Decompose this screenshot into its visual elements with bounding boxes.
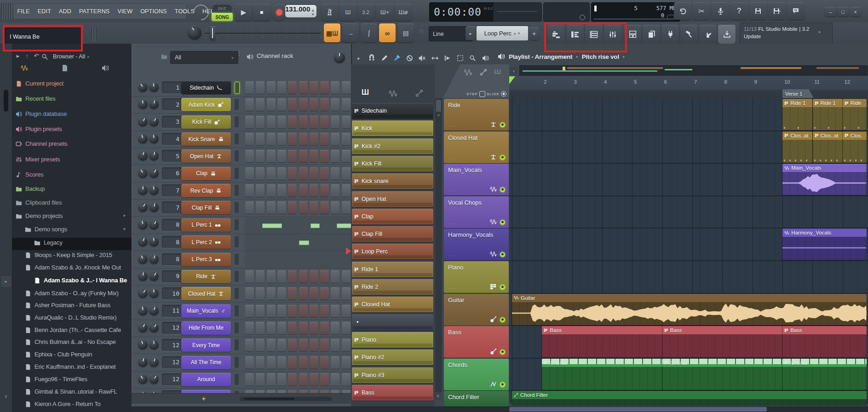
channel-button[interactable]: All The Time xyxy=(181,356,231,369)
step-cell[interactable] xyxy=(256,167,264,180)
step-cell[interactable] xyxy=(331,305,339,317)
browser-search-icon[interactable] xyxy=(41,53,48,60)
step-cell[interactable] xyxy=(299,270,308,283)
window-drag-grip[interactable] xyxy=(1,3,12,19)
step-cell[interactable] xyxy=(299,305,308,317)
channel-volume-knob[interactable] xyxy=(149,117,159,126)
step-cell[interactable] xyxy=(310,270,318,283)
step-cell[interactable] xyxy=(267,373,276,386)
browser-item[interactable]: Current project xyxy=(16,80,63,87)
channel-selector-led[interactable] xyxy=(235,133,239,144)
channel-selector-led[interactable] xyxy=(235,116,239,127)
track-arm-led[interactable] xyxy=(500,317,505,322)
channel-button[interactable]: Main_Vocals♂ xyxy=(181,304,231,318)
song-button[interactable]: SONG xyxy=(212,13,233,21)
delete-tool-button[interactable] xyxy=(404,52,415,63)
track-arm-led[interactable] xyxy=(500,349,505,355)
step-cell[interactable] xyxy=(267,339,276,351)
channel-selector-led[interactable] xyxy=(235,150,239,161)
mute-tool-button[interactable] xyxy=(417,52,428,63)
pattern-spinner[interactable]: ▲ ▼ xyxy=(513,32,521,35)
picker-collapse-button[interactable]: ‹ xyxy=(510,67,517,74)
step-cell[interactable] xyxy=(310,98,318,111)
track-header[interactable]: Chords··· xyxy=(444,359,509,390)
master-pitch-slider-handle[interactable] xyxy=(210,26,216,40)
step-cell[interactable] xyxy=(299,167,308,180)
step-cell[interactable] xyxy=(320,339,329,351)
smart-arrow-button[interactable]: → xyxy=(342,23,359,42)
channel-selector-led[interactable] xyxy=(235,202,239,213)
channel-button[interactable]: Rev Clap xyxy=(181,184,231,197)
clip-title-bar[interactable]: Clos..at xyxy=(782,132,812,140)
step-cell[interactable] xyxy=(320,322,329,334)
channel-button[interactable]: L Perc 2 xyxy=(181,235,231,249)
channel-pan-knob[interactable] xyxy=(138,340,148,349)
step-cell[interactable] xyxy=(288,98,297,111)
step-cell[interactable] xyxy=(245,305,254,317)
step-cell[interactable] xyxy=(310,167,318,180)
step-cell[interactable] xyxy=(245,322,254,334)
channel-target-display[interactable]: 7 xyxy=(162,184,183,196)
channel-pan-knob[interactable] xyxy=(138,288,148,298)
pattern-clip[interactable]: Ride xyxy=(843,99,867,130)
channel-volume-knob[interactable] xyxy=(149,357,159,367)
pattern-clip[interactable]: Chords xyxy=(782,359,867,390)
step-cell[interactable] xyxy=(320,150,329,162)
step-cell[interactable] xyxy=(342,270,351,283)
step-cell[interactable] xyxy=(320,373,329,386)
channel-target-display[interactable]: 9 xyxy=(162,270,183,282)
step-cell[interactable] xyxy=(331,167,339,180)
channel-target-display[interactable]: 12 xyxy=(162,356,183,368)
step-cell[interactable] xyxy=(331,150,339,162)
step-cell[interactable] xyxy=(331,98,339,111)
blend-recording-toggle[interactable]: Ш+ xyxy=(376,4,393,21)
step-cell[interactable] xyxy=(331,116,339,128)
browser-item[interactable]: Demo projects xyxy=(16,212,63,219)
step-cell[interactable] xyxy=(245,201,254,214)
track-options-dots[interactable]: ··· xyxy=(448,124,455,129)
pattern-item[interactable]: Clap Fill xyxy=(352,226,433,242)
menu-options[interactable]: OPTIONS xyxy=(137,4,171,19)
step-cell[interactable] xyxy=(277,373,286,386)
pattern-item[interactable]: Piano xyxy=(352,332,433,348)
step-cell[interactable] xyxy=(256,305,264,317)
pattern-item[interactable]: Loop Perc xyxy=(352,244,433,259)
corner-patterns-tab[interactable]: Ш xyxy=(494,68,503,76)
track-options-dots[interactable]: ··· xyxy=(448,189,455,194)
channel-selector-led[interactable] xyxy=(235,219,239,230)
multilink-controllers-button[interactable]: ∞ xyxy=(379,23,396,42)
step-cell[interactable] xyxy=(245,81,254,94)
step-cell[interactable] xyxy=(277,201,286,214)
audio-clip[interactable]: Harmony_Vocals xyxy=(782,229,867,260)
menu-patterns[interactable]: PATTERNS xyxy=(75,4,113,19)
channel-volume-knob[interactable] xyxy=(149,340,159,349)
duplicate-window-button[interactable] xyxy=(643,25,660,44)
zoom-tool-button[interactable] xyxy=(467,52,478,63)
track-header[interactable]: Chord Filter xyxy=(444,391,509,406)
channel-target-display[interactable]: 11 xyxy=(162,305,183,317)
step-cell[interactable] xyxy=(342,167,351,180)
step-cell[interactable] xyxy=(288,339,297,351)
channel-selector-led[interactable] xyxy=(235,357,239,368)
browser-files-tab[interactable] xyxy=(61,64,70,73)
channel-pan-knob[interactable] xyxy=(138,220,148,229)
playback-tool-button[interactable] xyxy=(442,52,453,63)
channel-target-display[interactable]: 8 xyxy=(162,236,183,248)
browser-scroll-down-icon[interactable]: ∨ xyxy=(2,394,10,401)
track-options-dots[interactable]: ··· xyxy=(448,286,455,291)
pattern-clip[interactable]: Clos..at xyxy=(813,132,843,163)
channel-volume-knob[interactable] xyxy=(149,82,159,92)
browser-item[interactable]: Adam Szabo - O..ay (Funky Mix) xyxy=(25,290,119,297)
playlist-view-button[interactable] xyxy=(547,25,565,44)
step-cell[interactable] xyxy=(256,81,264,94)
track-options-dots[interactable]: ··· xyxy=(448,351,455,356)
menu-view[interactable]: VIEW xyxy=(114,4,137,19)
magnet-snap-button[interactable] xyxy=(366,52,377,63)
undo-button[interactable] xyxy=(674,2,691,20)
channel-volume-knob[interactable] xyxy=(149,323,159,332)
step-cell[interactable] xyxy=(256,339,264,351)
channel-volume-knob[interactable] xyxy=(149,374,159,384)
channel-selector-led[interactable] xyxy=(235,339,239,350)
step-cell[interactable] xyxy=(288,133,297,145)
clip-title-bar[interactable]: Clos..at xyxy=(813,132,843,140)
